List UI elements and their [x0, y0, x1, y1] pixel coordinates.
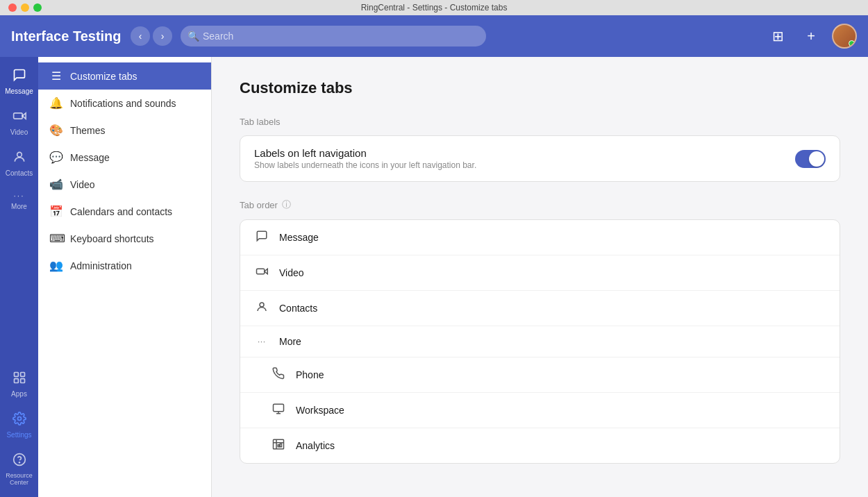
tab-order-label-text: Tab order — [240, 200, 278, 210]
sidebar-item-themes[interactable]: 🎨 Themes — [38, 117, 211, 144]
tab-order-item-more[interactable]: ··· More — [240, 326, 840, 357]
tab-order-item-phone[interactable]: Phone — [240, 357, 840, 393]
svg-rect-5 — [14, 379, 18, 383]
more-icon: ··· — [13, 191, 24, 201]
toggle-desc: Show labels underneath the icons in your… — [254, 160, 476, 170]
message-sidebar-icon: 💬 — [49, 151, 63, 164]
toggle-card: Labels on left navigation Show labels un… — [240, 135, 840, 182]
add-button[interactable]: + — [799, 24, 824, 49]
calendars-icon: 📅 — [49, 205, 63, 218]
contacts-icon — [12, 150, 26, 167]
svg-rect-6 — [20, 379, 24, 383]
title-bar: RingCentral - Settings - Customize tabs — [0, 0, 868, 15]
svg-point-2 — [17, 152, 22, 157]
svg-rect-10 — [257, 269, 265, 274]
tab-video-label: Video — [279, 267, 304, 278]
svg-point-7 — [17, 417, 21, 421]
message-icon — [12, 68, 26, 85]
keyboard-icon: ⌨ — [49, 232, 63, 245]
tab-order-item-message[interactable]: Message — [240, 220, 840, 255]
contacts-label: Contacts — [6, 169, 33, 177]
tab-order-item-analytics[interactable]: Analytics — [240, 428, 840, 463]
admin-icon: 👥 — [49, 259, 63, 272]
themes-icon: 🎨 — [49, 124, 63, 137]
themes-label: Themes — [70, 125, 106, 136]
svg-rect-0 — [13, 113, 22, 119]
labels-toggle[interactable] — [795, 150, 826, 168]
tab-analytics-label: Analytics — [296, 440, 335, 451]
resource-center-icon — [12, 453, 26, 470]
admin-label: Administration — [70, 260, 132, 271]
sidebar-item-customize-tabs[interactable]: ☰ Customize tabs — [38, 62, 211, 90]
info-icon: ⓘ — [282, 199, 291, 211]
toggle-text: Labels on left navigation Show labels un… — [254, 147, 476, 170]
sidebar-item-message[interactable]: 💬 Message — [38, 144, 211, 171]
grid-button[interactable]: ⊞ — [765, 24, 790, 49]
tab-message-icon — [254, 230, 269, 245]
svg-rect-3 — [14, 373, 18, 377]
tab-order-item-video[interactable]: Video — [240, 255, 840, 291]
left-nav: Message Video Contacts ··· More Apps — [0, 57, 38, 497]
sidebar-item-apps[interactable]: Apps — [2, 365, 37, 403]
content-area: Customize tabs Tab labels Labels on left… — [212, 57, 868, 497]
header-right: ⊞ + — [765, 24, 857, 49]
tab-phone-label: Phone — [296, 369, 324, 380]
sidebar-item-notifications-sounds[interactable]: 🔔 Notifications and sounds — [38, 90, 211, 117]
tab-contacts-icon — [254, 301, 269, 316]
sidebar-item-message[interactable]: Message — [2, 62, 37, 101]
notifications-label: Notifications and sounds — [70, 98, 176, 109]
sidebar-item-resource-center[interactable]: Resource Center — [2, 447, 37, 491]
video-label: Video — [10, 128, 28, 136]
svg-rect-19 — [278, 445, 279, 447]
toggle-title: Labels on left navigation — [254, 147, 476, 159]
customize-tabs-label: Customize tabs — [70, 71, 137, 82]
tab-workspace-icon — [271, 403, 286, 418]
sidebar-item-video[interactable]: Video — [2, 103, 37, 142]
tab-labels-section: Tab labels — [240, 117, 840, 127]
tab-contacts-label: Contacts — [279, 303, 317, 314]
resource-center-label: Resource Center — [6, 472, 33, 486]
customize-tabs-icon: ☰ — [49, 69, 63, 83]
labels-toggle-row: Labels on left navigation Show labels un… — [240, 136, 840, 181]
header: Interface Testing ‹ › 🔍 ⊞ + — [0, 15, 868, 57]
main-layout: Message Video Contacts ··· More Apps — [0, 57, 868, 497]
close-button[interactable] — [8, 3, 17, 12]
sidebar-item-contacts[interactable]: Contacts — [2, 144, 37, 183]
page-title: Customize tabs — [240, 79, 840, 97]
minimize-button[interactable] — [21, 3, 29, 12]
window-title: RingCentral - Settings - Customize tabs — [361, 3, 508, 12]
nav-forward-button[interactable]: › — [153, 26, 172, 46]
message-sidebar-label: Message — [70, 152, 110, 163]
more-label: More — [11, 203, 27, 210]
tab-order-item-contacts[interactable]: Contacts — [240, 291, 840, 326]
sidebar-item-administration[interactable]: 👥 Administration — [38, 252, 211, 279]
notifications-icon: 🔔 — [49, 96, 63, 110]
sidebar-item-more[interactable]: ··· More — [2, 185, 37, 216]
nav-back-button[interactable]: ‹ — [131, 26, 150, 46]
traffic-lights — [8, 3, 42, 12]
message-label: Message — [5, 87, 33, 95]
avatar[interactable] — [832, 24, 857, 49]
keyboard-label: Keyboard shortcuts — [70, 233, 154, 244]
apps-icon — [12, 371, 26, 388]
settings-label: Settings — [6, 431, 31, 439]
video-sidebar-icon: 📹 — [49, 178, 63, 191]
svg-point-12 — [260, 303, 264, 307]
sidebar-item-video[interactable]: 📹 Video — [38, 171, 211, 198]
sidebar-item-keyboard-shortcuts[interactable]: ⌨ Keyboard shortcuts — [38, 225, 211, 252]
tab-analytics-icon — [271, 438, 286, 453]
online-indicator — [849, 40, 855, 47]
tab-order-section: Tab order ⓘ — [240, 199, 840, 211]
sidebar-item-calendars-contacts[interactable]: 📅 Calendars and contacts — [38, 198, 211, 225]
sidebar: ☰ Customize tabs 🔔 Notifications and sou… — [38, 57, 212, 497]
tab-more-icon: ··· — [254, 338, 269, 346]
search-input[interactable] — [181, 26, 486, 47]
tab-order-item-workspace[interactable]: Workspace — [240, 393, 840, 428]
svg-rect-20 — [280, 444, 281, 447]
tab-message-label: Message — [279, 232, 319, 243]
maximize-button[interactable] — [33, 3, 42, 12]
tab-phone-icon — [271, 367, 286, 382]
nav-arrows: ‹ › — [131, 26, 172, 46]
sidebar-item-settings[interactable]: Settings — [2, 406, 37, 444]
svg-rect-4 — [20, 373, 24, 377]
